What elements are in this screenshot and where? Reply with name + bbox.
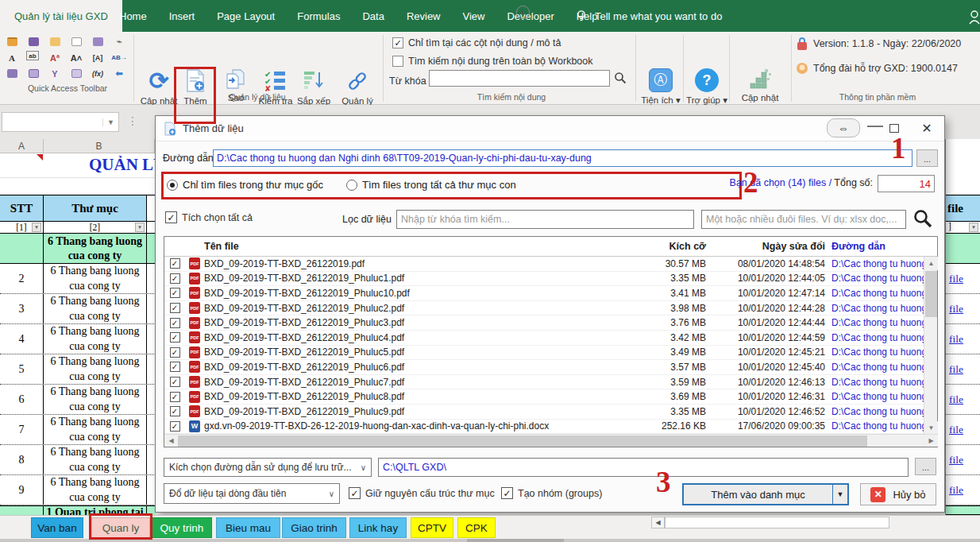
filter-keyword-input[interactable]: [396, 210, 694, 229]
vertical-scrollbar[interactable]: ▲ ▼: [924, 257, 937, 435]
cancel-button[interactable]: ✕ Hủy bỏ: [860, 483, 936, 505]
file-row[interactable]: ✓ BXD_09-2019-TT-BXD_26122019_Phuluc6.pd…: [164, 360, 924, 375]
sheet-row[interactable]: 7 6 Thang bang luong cua cong ty: [0, 415, 156, 445]
org-chart-icon[interactable]: [91, 35, 105, 48]
search-icon[interactable]: [614, 72, 627, 84]
checkbox-search-workbook[interactable]: [392, 56, 403, 67]
ribbon-tab[interactable]: Home: [108, 0, 158, 32]
sheet-tab-cpk[interactable]: CPK: [457, 517, 496, 538]
header-ten-file[interactable]: Tên file: [204, 241, 641, 252]
file-link[interactable]: file: [949, 484, 963, 497]
store-browse-button[interactable]: ...: [915, 458, 936, 475]
dialog-close-button[interactable]: ✕: [914, 116, 939, 140]
table-search-icon[interactable]: [5, 67, 19, 80]
ribbon-tab[interactable]: View: [452, 0, 496, 32]
file-checkbox[interactable]: ✓: [170, 406, 180, 416]
file-extension-input[interactable]: [701, 210, 906, 229]
window-icon[interactable]: [69, 67, 83, 80]
sheet-row[interactable]: 5 6 Thang bang luong cua cong ty: [0, 354, 156, 385]
file-checkbox[interactable]: ✓: [170, 332, 180, 343]
store-path-input[interactable]: [378, 458, 909, 477]
ribbon-tab[interactable]: Insert: [158, 0, 206, 32]
vertical-scroll-thumb[interactable]: [925, 271, 937, 317]
browse-button[interactable]: ...: [916, 149, 938, 167]
file-link[interactable]: file: [949, 333, 963, 346]
file-checkbox[interactable]: ✓: [170, 303, 180, 313]
file-row[interactable]: ✓ BXD_09-2019-TT-BXD_26122019_Phuluc4.pd…: [164, 331, 924, 346]
ab-order-icon[interactable]: AB→: [112, 51, 126, 64]
bottom-scroll-thumb[interactable]: [467, 539, 564, 542]
save-icon[interactable]: [26, 35, 41, 48]
radio-sub-folders[interactable]: [346, 180, 357, 191]
file-checkbox[interactable]: ✓: [170, 362, 180, 372]
file-row[interactable]: ✓ gxd.vn-09-2019-TT-BXD-26-12-2019-huong…: [164, 420, 924, 435]
ribbon-tab[interactable]: Data: [351, 0, 395, 32]
add-sheet-icon[interactable]: +: [516, 6, 530, 19]
column-header-b[interactable]: B: [44, 139, 155, 153]
file-checkbox[interactable]: ✓: [170, 288, 180, 298]
sheet-row[interactable]: 8 6 Thang bang luong cua cong ty: [0, 445, 156, 475]
file-checkbox[interactable]: ✓: [170, 347, 180, 358]
sheet-tab-bieu-mau[interactable]: Bieu mau: [216, 517, 280, 538]
file-row[interactable]: ✓ BXD_09-2019-TT-BXD_26122019_Phuluc9.pd…: [164, 405, 924, 420]
filter-icon[interactable]: Y: [48, 67, 62, 80]
sheet-row[interactable]: 4 6 Thang bang luong cua cong ty: [0, 324, 156, 354]
sheet-tab-quy-trinh[interactable]: Quy trinh: [152, 517, 212, 538]
add-dropdown-icon[interactable]: ▼: [833, 490, 847, 498]
tell-me-box[interactable]: Tell me what you want to do: [575, 0, 722, 32]
search-files-icon[interactable]: [912, 208, 933, 229]
horizontal-scrollbar[interactable]: ◀ ▶: [164, 434, 938, 447]
filter-cell-a[interactable]: [1]▾: [0, 222, 44, 233]
file-row[interactable]: ✓ BXD_09-2019-TT-BXD_26122019.pdf 30.57 …: [164, 257, 924, 272]
ribbon-tab[interactable]: Review: [395, 0, 452, 32]
open-folder-icon[interactable]: [48, 35, 62, 48]
keep-structure-checkbox[interactable]: ✓: [349, 487, 361, 499]
wrench-icon[interactable]: ⌁: [112, 35, 126, 48]
row-folder-cell[interactable]: 6 Thang bang luong cua cong ty: [44, 475, 147, 505]
textbox-icon[interactable]: ab: [26, 51, 39, 60]
back-icon[interactable]: ⬅: [112, 67, 126, 80]
ribbon-tab[interactable]: Formulas: [286, 0, 351, 32]
total-count-box[interactable]: [878, 175, 935, 192]
briefcase-icon[interactable]: [5, 35, 19, 48]
row-folder-cell[interactable]: 6 Thang bang luong cua cong ty: [44, 294, 147, 323]
tab-quan-ly-tai-lieu-gxd[interactable]: Quản lý tài liệu GXD: [0, 0, 122, 32]
file-link[interactable]: file: [949, 363, 963, 376]
header-kich-co[interactable]: Kích cỡ: [641, 241, 711, 252]
keyword-input[interactable]: [429, 70, 610, 87]
font-bold-icon[interactable]: A: [5, 51, 19, 64]
file-link[interactable]: file: [949, 273, 963, 285]
dialog-resize-button[interactable]: ⇔: [827, 118, 860, 137]
horizontal-scroll-thumb[interactable]: [178, 436, 867, 447]
fx-icon[interactable]: (fx): [91, 67, 105, 80]
file-checkbox[interactable]: ✓: [170, 421, 180, 432]
bottom-scrollbar-track[interactable]: [665, 517, 889, 528]
store-path-combo[interactable]: Kích chọn đường dẫn sử dụng để lưu trữ..…: [164, 458, 372, 477]
file-link[interactable]: file: [949, 303, 963, 316]
file-link[interactable]: file: [949, 424, 963, 436]
sheet-row[interactable]: 2 6 Thang bang luong cua cong ty: [0, 264, 156, 294]
sheet-tab-giao-trinh[interactable]: Giao trinh: [282, 517, 346, 538]
sheet-tab-van-ban[interactable]: Van ban: [31, 517, 83, 538]
row-folder-cell[interactable]: 6 Thang bang luong cua cong ty: [44, 385, 147, 414]
radio-root-folder[interactable]: [167, 180, 178, 191]
header-ngay-sua-doi[interactable]: Ngày sửa đổi: [711, 241, 831, 252]
column-header-a[interactable]: A: [0, 139, 44, 153]
insert-row-combo[interactable]: Đổ dữ liệu tại dòng đầu tiên∨: [164, 483, 340, 504]
ribbon-tab[interactable]: Developer: [496, 0, 565, 32]
file-row[interactable]: ✓ BXD_09-2019-TT-BXD_26122019_Phuluc3.pd…: [164, 316, 924, 331]
sheet-tab-link-hay[interactable]: Link hay: [349, 517, 407, 538]
sheet-tab-cptv[interactable]: CPTV: [411, 517, 453, 538]
create-groups-checkbox[interactable]: ✓: [501, 487, 513, 499]
file-checkbox[interactable]: ✓: [170, 258, 180, 269]
file-column-filter[interactable]: ]▾: [946, 222, 980, 234]
file-checkbox[interactable]: ✓: [170, 377, 180, 387]
header-duong-dan[interactable]: Đường dẫn: [831, 241, 924, 252]
sheet-row[interactable]: 3 6 Thang bang luong cua cong ty: [0, 294, 156, 324]
font-shrink-icon[interactable]: A˄: [69, 51, 83, 64]
row-folder-cell[interactable]: 6 Thang bang luong cua cong ty: [44, 264, 147, 293]
path-input[interactable]: [213, 149, 912, 167]
sheet-row[interactable]: 9 6 Thang bang luong cua cong ty: [0, 475, 156, 505]
name-box-dropdown-icon[interactable]: ▼: [102, 118, 118, 126]
filter-cell-b[interactable]: [2]▾: [44, 222, 147, 233]
